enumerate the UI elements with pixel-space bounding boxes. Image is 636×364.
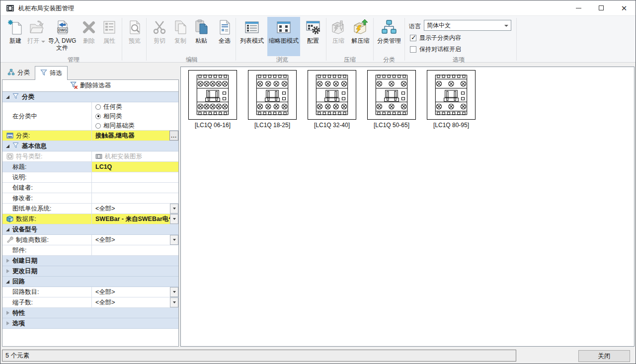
paste-button[interactable]: 粘贴 (191, 18, 212, 55)
thumbnail-item[interactable]: [LC1Q 18-25] (243, 70, 302, 129)
tab-filter[interactable]: 筛选 (35, 66, 68, 80)
category-manage-button[interactable]: 分类管理 (375, 18, 403, 55)
clear-filter-icon (70, 81, 78, 90)
section-circuit[interactable]: 回路 (2, 277, 178, 287)
keep-dialog-checkbox[interactable]: 保持对话框开启 (410, 45, 461, 54)
category-manage-button-label: 分类管理 (377, 37, 401, 44)
compress-zip-icon (330, 19, 347, 36)
maximize-button[interactable] (590, 0, 613, 15)
circuit-count-label-cell: 回路数目: (2, 287, 92, 297)
clear-filter-button[interactable]: 删除筛选器 (2, 80, 178, 92)
dropdown-arrow-icon (173, 208, 176, 210)
list-mode-button[interactable]: 列表模式 (238, 18, 266, 55)
description-label-cell: 说明: (2, 172, 92, 182)
show-subcategory-label: 显示子分类内容 (419, 34, 461, 42)
open-button[interactable]: 打开 (26, 18, 46, 55)
scissors-icon (151, 19, 168, 36)
thumbnail-item[interactable]: [LC1Q 06-16] (183, 70, 242, 129)
unit-system-value-cell[interactable]: <全部> (92, 204, 178, 214)
uncompress-button[interactable]: 解压缩 (349, 18, 372, 55)
section-properties[interactable]: 特性 (2, 308, 178, 318)
titlebar: 机柜布局安装图管理 ✕ (0, 0, 636, 16)
funnel-icon (40, 69, 47, 77)
manufacturer-value-cell[interactable]: <全部> (92, 235, 178, 245)
delete-x-icon (80, 19, 97, 36)
title-value-cell[interactable]: LC1Q (92, 162, 178, 172)
tree-icon (7, 69, 15, 77)
ribbon-toolbar: 新建 打开 DWG 导入 DWG 文件 删除 属性 预览 剪切 (0, 16, 636, 63)
close-dialog-button[interactable]: 关闭 (578, 350, 630, 362)
group-separator (146, 18, 147, 61)
cut-button-label: 剪切 (154, 37, 165, 44)
group-label-edit: 编辑 (186, 56, 198, 64)
import-dwg-button[interactable]: DWG 导入 DWG 文件 (46, 18, 78, 55)
description-value-cell[interactable] (92, 172, 178, 182)
delete-button-label: 删除 (83, 37, 95, 44)
preview-button-label: 预览 (129, 37, 141, 44)
thumbnail-item[interactable]: [LC1Q 80-95] (422, 70, 480, 129)
preview-button[interactable]: 预览 (124, 18, 146, 55)
close-window-button[interactable]: ✕ (613, 0, 636, 15)
circuit-count-value-cell[interactable]: <全部> (92, 287, 178, 297)
section-modified-date[interactable]: 更改日期 (2, 266, 178, 277)
properties-list-icon (101, 19, 118, 36)
cut-button[interactable]: 剪切 (149, 18, 170, 55)
configure-button-label: 配置 (307, 37, 319, 44)
properties-button[interactable]: 属性 (99, 18, 120, 55)
row-database: 数据库: SWEBar - 来自SWEBar电气 (2, 214, 178, 224)
radio-same-base-class[interactable]: 相同基础类 (95, 121, 135, 130)
delete-button[interactable]: 删除 (79, 18, 99, 55)
terminal-count-dropdown-button[interactable] (170, 297, 178, 307)
symbol-type-label-cell: 符号类型: (2, 151, 92, 161)
show-subcategory-checkbox[interactable]: 显示子分类内容 (410, 34, 461, 42)
minimize-button[interactable] (567, 0, 590, 15)
radio-same-class[interactable]: 相同类 (95, 112, 122, 121)
copy-button[interactable]: 复制 (170, 18, 191, 55)
radio-any-class[interactable]: 任何类 (95, 102, 122, 111)
group-separator (516, 18, 517, 61)
unit-system-dropdown-button[interactable] (170, 204, 178, 214)
section-options[interactable]: 选项 (2, 318, 178, 329)
uncompress-button-label: 解压缩 (352, 37, 370, 44)
category-value-cell[interactable]: 接触器,继电器 ... (92, 131, 178, 141)
copy-pages-icon (172, 19, 189, 36)
thumbnail-item[interactable]: [LC1Q 32-40] (303, 70, 361, 129)
section-created-date[interactable]: 创建日期 (2, 256, 178, 266)
thumbnail-label: [LC1Q 18-25] (243, 122, 302, 129)
manufacturer-label-cell: 制造商数据: (2, 235, 92, 245)
checkbox-icon (410, 46, 416, 53)
language-combobox[interactable]: 简体中文 (424, 20, 511, 31)
section-category[interactable]: 分类 (2, 92, 178, 102)
radio-icon (95, 114, 101, 119)
configure-button[interactable]: 配置 (302, 18, 324, 55)
group-separator (122, 18, 122, 61)
thumbnail-item[interactable]: [LC1Q 50-65] (362, 70, 421, 129)
circuit-count-dropdown-button[interactable] (170, 287, 178, 297)
select-all-icon (216, 19, 233, 36)
database-value-cell[interactable]: SWEBar - 来自SWEBar电气 (92, 214, 178, 224)
new-button[interactable]: 新建 (4, 18, 26, 55)
select-all-button[interactable]: 全选 (214, 18, 235, 55)
manufacturer-dropdown-button[interactable] (170, 235, 178, 245)
modifier-value-cell[interactable] (92, 193, 178, 203)
section-device-model[interactable]: 设备型号 (2, 224, 178, 235)
expanded-triangle-icon (6, 145, 9, 148)
database-dropdown-button[interactable] (170, 214, 178, 224)
compress-button[interactable]: 压缩 (328, 18, 349, 55)
symbol-type-icon (6, 153, 13, 160)
group-separator (373, 18, 374, 61)
language-label: 语言 (409, 22, 421, 31)
in-category-radio-group: 任何类 相同类 相同基础类 (92, 102, 178, 130)
contactor-drawing (188, 70, 237, 120)
thumbnail-mode-button[interactable]: 缩略图模式 (267, 17, 300, 56)
part-value-cell[interactable] (92, 245, 178, 255)
section-category-title: 分类 (22, 93, 34, 101)
open-dropdown-arrow-icon (41, 41, 45, 43)
uncompress-zip-icon (352, 19, 369, 36)
section-basic-info[interactable]: 基本信息 (2, 141, 178, 151)
tab-category[interactable]: 分类 (2, 66, 35, 79)
terminal-count-value-cell[interactable]: <全部> (92, 297, 178, 307)
section-circuit-title: 回路 (12, 278, 25, 286)
category-browse-button[interactable]: ... (169, 131, 178, 141)
creator-value-cell[interactable] (92, 183, 178, 193)
